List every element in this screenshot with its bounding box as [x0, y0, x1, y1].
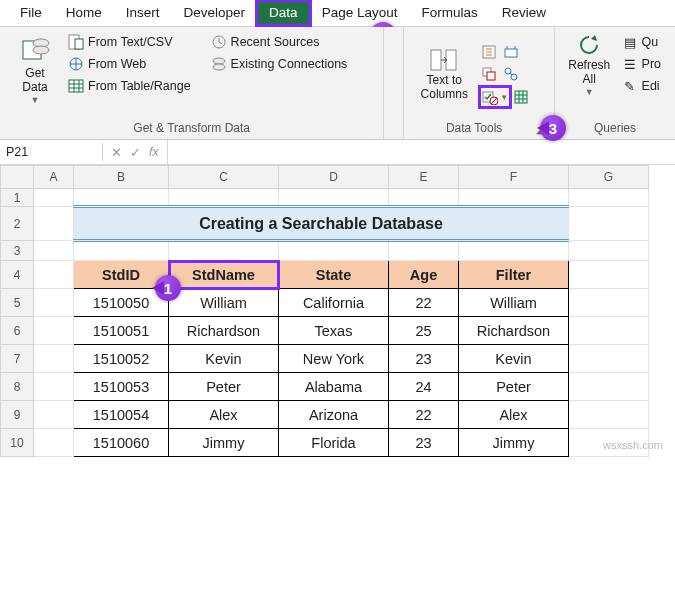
data-cell[interactable]: Richardson — [169, 317, 279, 345]
data-cell[interactable]: Florida — [279, 429, 389, 457]
remove-duplicates-button[interactable] — [480, 65, 498, 83]
row-header-8[interactable]: 8 — [1, 373, 34, 401]
cell[interactable] — [279, 189, 389, 207]
from-text-csv-button[interactable]: From Text/CSV — [62, 31, 197, 53]
queries-connections-button[interactable]: ▤Qu — [616, 31, 667, 53]
name-box[interactable]: P21 — [0, 143, 103, 161]
data-cell[interactable]: Jimmy — [169, 429, 279, 457]
col-header-D[interactable]: D — [279, 166, 389, 189]
cell[interactable] — [389, 189, 459, 207]
text-to-columns-button[interactable]: Text to Columns — [412, 46, 476, 104]
data-cell[interactable]: California — [279, 289, 389, 317]
data-cell[interactable]: 22 — [389, 289, 459, 317]
data-cell[interactable]: Richardson — [459, 317, 569, 345]
svg-point-2 — [33, 46, 49, 54]
cell[interactable] — [459, 189, 569, 207]
table-icon — [68, 78, 84, 94]
group-queries: Refresh All ▼ ▤Qu ☰Pro ✎Edi Queries — [555, 27, 675, 139]
from-web-button[interactable]: From Web — [62, 53, 197, 75]
data-cell[interactable]: 23 — [389, 429, 459, 457]
col-header-E[interactable]: E — [389, 166, 459, 189]
tab-pagelayout[interactable]: Page Layout — [310, 1, 410, 25]
tab-developer[interactable]: Developer — [172, 1, 258, 25]
data-cell[interactable]: 1510054 — [74, 401, 169, 429]
text-to-columns-icon — [430, 48, 458, 72]
cell[interactable] — [34, 189, 74, 207]
cancel-icon[interactable]: ✕ — [111, 145, 122, 160]
data-cell[interactable]: Kevin — [459, 345, 569, 373]
data-cell[interactable]: Alex — [169, 401, 279, 429]
data-cell[interactable]: Jimmy — [459, 429, 569, 457]
svg-point-8 — [213, 58, 225, 64]
row-header-9[interactable]: 9 — [1, 401, 34, 429]
select-all-corner[interactable] — [1, 166, 34, 189]
data-validation-button[interactable]: ▼ — [480, 87, 510, 107]
col-header-C[interactable]: C — [169, 166, 279, 189]
data-cell[interactable]: William — [459, 289, 569, 317]
data-cell[interactable]: William — [169, 289, 279, 317]
cell[interactable] — [74, 189, 169, 207]
data-cell[interactable]: 1510053 — [74, 373, 169, 401]
col-header-B[interactable]: B — [74, 166, 169, 189]
row-header-2[interactable]: 2 — [1, 207, 34, 241]
row-header-5[interactable]: 5 — [1, 289, 34, 317]
tab-home[interactable]: Home — [54, 1, 114, 25]
flash-fill-button[interactable] — [480, 43, 498, 61]
relationships-button[interactable] — [502, 65, 520, 83]
tab-formulas[interactable]: Formulas — [409, 1, 489, 25]
tab-data[interactable]: Data — [257, 1, 310, 25]
header-state[interactable]: State — [279, 261, 389, 289]
data-cell[interactable]: Arizona — [279, 401, 389, 429]
row-header-4[interactable]: 4 — [1, 261, 34, 289]
title-cell[interactable]: Creating a Searchable Database — [74, 207, 569, 241]
edit-links-button[interactable]: ✎Edi — [616, 75, 667, 97]
data-cell[interactable]: Peter — [169, 373, 279, 401]
row-header-3[interactable]: 3 — [1, 241, 34, 261]
data-cell[interactable]: Alex — [459, 401, 569, 429]
data-cell[interactable]: 22 — [389, 401, 459, 429]
col-header-G[interactable]: G — [569, 166, 649, 189]
from-table-range-button[interactable]: From Table/Range — [62, 75, 197, 97]
group-get-transform: Get Data ▼ From Text/CSV From Web From T… — [0, 27, 384, 139]
existing-label: Existing Connections — [231, 57, 348, 71]
recent-sources-button[interactable]: Recent Sources — [205, 31, 354, 53]
chevron-down-icon: ▼ — [585, 87, 594, 97]
col-header-A[interactable]: A — [34, 166, 74, 189]
cell[interactable] — [569, 189, 649, 207]
tab-file[interactable]: File — [8, 1, 54, 25]
header-stdname[interactable]: StdName — [169, 261, 279, 289]
connections-icon — [211, 56, 227, 72]
svg-rect-20 — [515, 91, 527, 103]
row-header-10[interactable]: 10 — [1, 429, 34, 457]
formula-input[interactable] — [167, 140, 675, 164]
data-cell[interactable]: New York — [279, 345, 389, 373]
data-cell[interactable]: 24 — [389, 373, 459, 401]
row-header-7[interactable]: 7 — [1, 345, 34, 373]
data-cell[interactable]: 23 — [389, 345, 459, 373]
watermark: wsxssh.com — [603, 439, 663, 451]
enter-icon[interactable]: ✓ — [130, 145, 141, 160]
refresh-all-button[interactable]: Refresh All ▼ — [563, 31, 616, 99]
manage-data-model-button[interactable] — [512, 88, 530, 106]
cell[interactable] — [169, 189, 279, 207]
get-data-button[interactable]: Get Data ▼ — [8, 31, 62, 107]
data-cell[interactable]: Texas — [279, 317, 389, 345]
tab-insert[interactable]: Insert — [114, 1, 172, 25]
data-cell[interactable]: Alabama — [279, 373, 389, 401]
fx-icon[interactable]: fx — [149, 145, 159, 159]
header-filter[interactable]: Filter — [459, 261, 569, 289]
row-header-1[interactable]: 1 — [1, 189, 34, 207]
data-cell[interactable]: 1510060 — [74, 429, 169, 457]
data-cell[interactable]: Kevin — [169, 345, 279, 373]
row-header-6[interactable]: 6 — [1, 317, 34, 345]
header-age[interactable]: Age — [389, 261, 459, 289]
data-cell[interactable]: 1510052 — [74, 345, 169, 373]
data-cell[interactable]: 25 — [389, 317, 459, 345]
properties-button[interactable]: ☰Pro — [616, 53, 667, 75]
consolidate-button[interactable] — [502, 43, 520, 61]
col-header-F[interactable]: F — [459, 166, 569, 189]
data-cell[interactable]: 1510051 — [74, 317, 169, 345]
existing-connections-button[interactable]: Existing Connections — [205, 53, 354, 75]
data-cell[interactable]: Peter — [459, 373, 569, 401]
tab-review[interactable]: Review — [490, 1, 558, 25]
